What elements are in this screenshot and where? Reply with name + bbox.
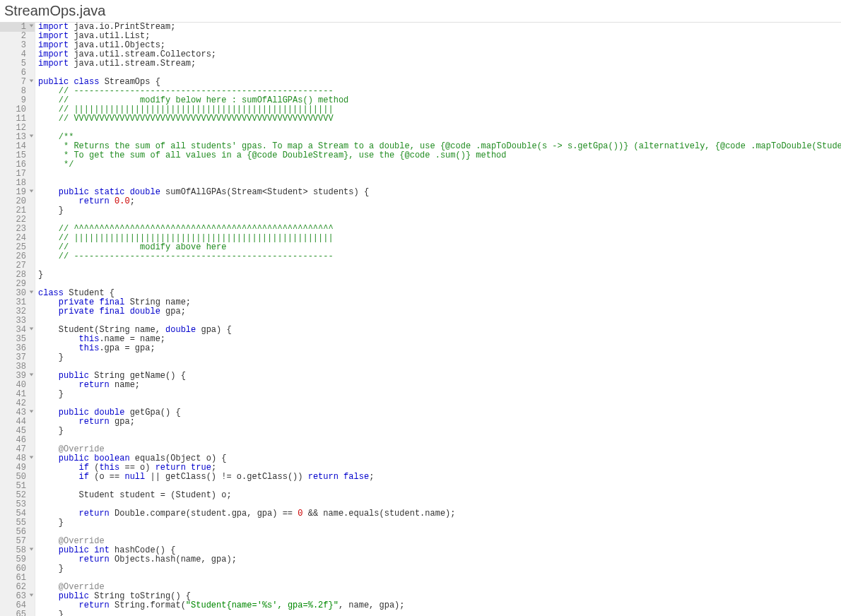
token-kw: public [59,408,89,417]
token-pl [38,343,79,353]
token-pl: ; [211,463,216,473]
token-pl [38,242,59,252]
code-line[interactable]: return 0.0; [38,197,841,206]
code-line[interactable]: } [38,390,841,399]
code-line[interactable]: public String getName() { [38,372,841,381]
code-editor[interactable]: 1234567891011121314151617181920212223242… [0,22,841,616]
token-pl: .gpa = gpa; [99,343,155,353]
token-pl [38,371,59,381]
code-line[interactable]: return Objects.hash(name, gpa); [38,555,841,564]
token-pl [38,444,59,454]
code-line[interactable]: return Double.compare(student.gpa, gpa) … [38,509,841,519]
code-line[interactable]: import java.util.stream.Stream; [38,59,841,69]
token-pl: java.io.PrintStream; [69,22,175,32]
fold-toggle-icon[interactable] [29,455,34,460]
code-line[interactable]: } [38,206,841,215]
token-kw: final [99,297,124,307]
token-kw: return [79,196,110,206]
token-pl [38,114,59,124]
gutter-line[interactable]: 7 [0,78,35,87]
gutter-line[interactable]: 6 [0,69,35,78]
code-line[interactable] [38,574,841,583]
token-kw: import [38,22,69,32]
fold-toggle-icon[interactable] [29,78,34,83]
token-pl [38,132,59,142]
code-line[interactable]: } [38,519,841,528]
code-line[interactable] [38,436,841,445]
code-line[interactable]: public double getGpa() { [38,408,841,417]
code-line[interactable]: import java.io.PrintStream; [38,23,841,32]
code-line[interactable]: return name; [38,381,841,390]
token-pl [38,150,64,160]
code-line[interactable]: public static double sumOfAllGPAs(Stream… [38,188,841,197]
token-pl [38,160,64,170]
token-pl: Objects.hash(name, gpa); [110,555,237,564]
token-pl: sumOfAllGPAs(Stream<Student> students) { [160,187,369,197]
gutter-line[interactable]: 8 [0,87,35,96]
code-line[interactable] [38,170,841,179]
code-line[interactable]: */ [38,160,841,170]
code-line[interactable]: // -------------------------------------… [38,252,841,261]
code-line[interactable]: Student student = (Student) o; [38,491,841,500]
code-line[interactable]: } [38,427,841,436]
token-pl: || getClass() != o.getClass()) [145,472,307,482]
fold-toggle-icon[interactable] [29,326,34,331]
code-line[interactable]: } [38,564,841,574]
fold-toggle-icon[interactable] [29,409,34,414]
code-line[interactable] [38,528,841,537]
code-line[interactable]: * To get the sum of all values in a {@co… [38,151,841,160]
token-kw: public [38,77,69,87]
token-kw: if [79,472,89,482]
fold-toggle-icon[interactable] [29,134,34,138]
gutter-line[interactable]: 1 [0,23,35,32]
token-kw: public [59,591,89,601]
gutter-line[interactable]: 5 [0,59,35,69]
code-area[interactable]: import java.io.PrintStream;import java.u… [35,23,841,616]
token-pl [38,472,79,482]
code-line[interactable]: // VVVVVVVVVVVVVVVVVVVVVVVVVVVVVVVVVVVVV… [38,114,841,124]
code-line[interactable]: return String.format("Student{name='%s',… [38,601,841,610]
token-pl: gpa; [110,417,135,427]
line-gutter[interactable]: 1234567891011121314151617181920212223242… [0,23,35,616]
token-pl [38,95,59,105]
code-line[interactable] [38,124,841,133]
token-pl: , name, gpa); [339,600,405,610]
token-kw: this [99,463,119,473]
token-pl: equals(Object o) { [130,454,227,463]
token-pl [38,196,79,206]
token-pl [38,454,59,463]
token-pl: } [38,610,64,616]
fold-toggle-icon[interactable] [29,189,34,194]
token-cmt: */ [64,160,73,170]
fold-toggle-icon[interactable] [29,593,34,598]
gutter-line[interactable]: 3 [0,41,35,50]
gutter-line[interactable]: 65 [0,610,35,616]
code-line[interactable]: private final double gpa; [38,307,841,316]
code-line[interactable]: } [38,353,841,362]
code-line[interactable]: if (o == null || getClass() != o.getClas… [38,473,841,482]
fold-toggle-icon[interactable] [29,23,34,28]
token-pl: java.util.stream.Stream; [69,59,196,69]
token-kw: this [79,334,100,344]
token-pl [38,600,79,610]
token-pl: String getName() { [89,371,186,381]
code-line[interactable]: this.name = name; [38,335,841,344]
token-pl [38,408,59,417]
code-line[interactable]: return gpa; [38,417,841,427]
code-line[interactable]: this.gpa = gpa; [38,344,841,353]
code-line[interactable] [38,261,841,271]
code-line[interactable] [38,280,841,289]
token-pl: } [38,206,64,215]
gutter-line[interactable]: 4 [0,50,35,59]
gutter-line[interactable]: 2 [0,32,35,41]
token-cmt: // -------------------------------------… [59,86,334,96]
token-kw: import [38,31,69,41]
fold-toggle-icon[interactable] [29,372,34,377]
token-kw: private [59,307,94,316]
token-pl [38,187,59,197]
code-line[interactable]: } [38,271,841,280]
fold-toggle-icon[interactable] [29,290,34,295]
code-line[interactable]: } [38,610,841,616]
fold-toggle-icon[interactable] [29,547,34,552]
page-title: StreamOps.java [0,0,841,22]
